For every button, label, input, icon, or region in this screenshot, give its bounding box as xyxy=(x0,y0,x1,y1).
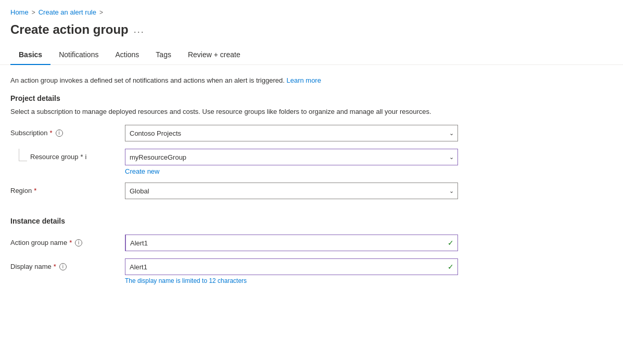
section-divider xyxy=(10,206,458,213)
action-group-name-check-icon: ✓ xyxy=(448,239,454,247)
display-name-label: Display name * i xyxy=(10,258,115,270)
tab-bar: Basics Notifications Actions Tags Review… xyxy=(0,45,623,65)
page-title: Create action group xyxy=(10,22,129,37)
subscription-label: Subscription * i xyxy=(10,125,115,137)
resource-group-label: Resource group * i xyxy=(30,149,86,161)
breadcrumb-sep-2: > xyxy=(99,9,103,16)
display-name-control: ✓ The display name is limited to 12 char… xyxy=(125,258,458,284)
subscription-row: Subscription * i Contoso Projects ⌄ xyxy=(10,125,458,141)
breadcrumb-sep-1: > xyxy=(32,9,35,16)
resource-group-control: myResourceGroup ⌄ Create new xyxy=(125,149,458,175)
display-name-info-icon[interactable]: i xyxy=(59,263,67,270)
resource-group-info-icon[interactable]: i xyxy=(85,153,87,161)
action-group-name-label: Action group name * i xyxy=(10,235,115,246)
action-group-name-input-container: ✓ xyxy=(125,235,458,251)
display-name-input[interactable] xyxy=(125,258,458,275)
info-text: An action group invokes a defined set of… xyxy=(10,75,458,86)
resource-group-select[interactable]: myResourceGroup xyxy=(125,149,458,165)
region-select-container: Global ⌄ xyxy=(125,183,458,199)
region-control: Global ⌄ xyxy=(125,183,458,199)
display-name-check-icon: ✓ xyxy=(448,263,454,271)
resource-group-select-container: myResourceGroup ⌄ xyxy=(125,149,458,165)
subscription-control: Contoso Projects ⌄ xyxy=(125,125,458,141)
project-details-desc: Select a subscription to manage deployed… xyxy=(10,107,458,117)
learn-more-link[interactable]: Learn more xyxy=(286,76,321,84)
subscription-info-icon[interactable]: i xyxy=(56,129,63,137)
display-name-required: * xyxy=(54,263,56,270)
region-label: Region * xyxy=(10,183,115,194)
action-group-name-row: Action group name * i ✓ xyxy=(10,235,458,251)
resource-group-label-wrap: Resource group * i xyxy=(10,149,115,161)
breadcrumb-alert-rule[interactable]: Create an alert rule xyxy=(39,8,96,16)
resource-group-indent: Resource group * i xyxy=(10,149,115,161)
display-name-input-container: ✓ xyxy=(125,258,458,275)
tab-notifications[interactable]: Notifications xyxy=(50,45,107,65)
subscription-required: * xyxy=(50,129,53,137)
page-menu-button[interactable]: ... xyxy=(134,24,145,35)
resource-group-required: * xyxy=(81,153,83,161)
tab-actions[interactable]: Actions xyxy=(107,45,147,65)
page-header: Create action group ... xyxy=(0,20,623,45)
instance-details-title: Instance details xyxy=(10,217,458,225)
region-required: * xyxy=(34,187,36,194)
resource-group-row: Resource group * i myResourceGroup ⌄ Cre… xyxy=(10,149,458,175)
subscription-select[interactable]: Contoso Projects xyxy=(125,125,458,141)
display-name-row: Display name * i ✓ The display name is l… xyxy=(10,258,458,284)
tab-review-create[interactable]: Review + create xyxy=(180,45,249,65)
region-row: Region * Global ⌄ xyxy=(10,183,458,199)
project-details-title: Project details xyxy=(10,94,458,102)
action-group-name-input[interactable] xyxy=(125,235,458,251)
action-group-name-control: ✓ xyxy=(125,235,458,251)
breadcrumb-home[interactable]: Home xyxy=(10,8,29,16)
action-group-name-required: * xyxy=(69,239,72,246)
breadcrumb: Home > Create an alert rule > xyxy=(0,0,623,20)
subscription-select-container: Contoso Projects ⌄ xyxy=(125,125,458,141)
region-select[interactable]: Global xyxy=(125,183,458,199)
action-group-name-info-icon[interactable]: i xyxy=(75,239,82,246)
create-new-link[interactable]: Create new xyxy=(125,167,159,175)
instance-details-section: Instance details Action group name * i ✓… xyxy=(10,217,458,284)
project-details-section: Project details Select a subscription to… xyxy=(10,94,458,200)
main-content: An action group invokes a defined set of… xyxy=(0,65,468,302)
tab-tags[interactable]: Tags xyxy=(147,45,180,65)
display-name-helper: The display name is limited to 12 charac… xyxy=(125,277,458,284)
tab-basics[interactable]: Basics xyxy=(10,45,50,65)
